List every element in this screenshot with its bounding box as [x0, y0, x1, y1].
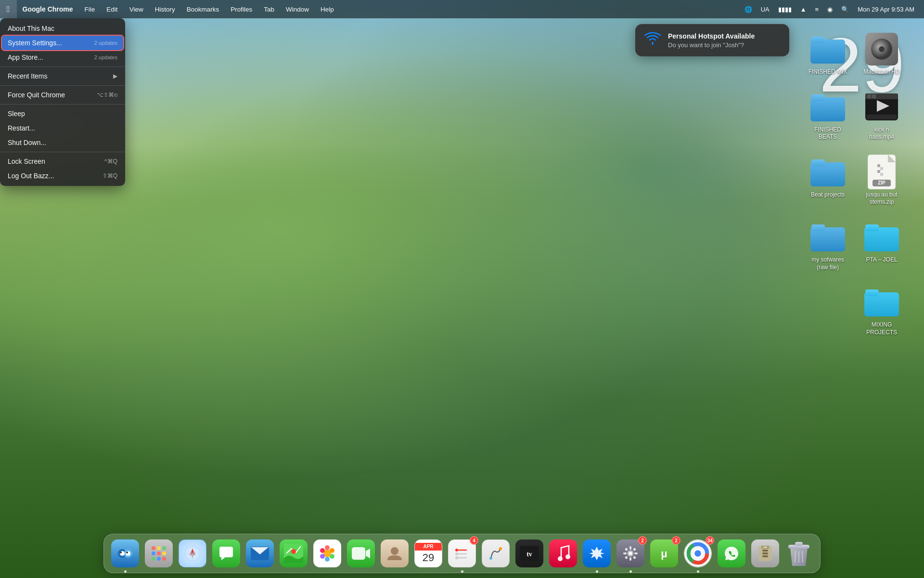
- desktop-icon-label-jusqu-au-but: jusqu au but stems.zip: [861, 191, 902, 206]
- svg-rect-100: [762, 555, 768, 557]
- menubar-bookmarks[interactable]: Bookmarks: [181, 0, 225, 18]
- menu-recent-items[interactable]: Recent Items ▶: [0, 69, 125, 83]
- dock-icon-messages: [212, 539, 240, 567]
- dock-item-tv[interactable]: tv: [514, 538, 545, 569]
- dock-icon-launchpad: [145, 539, 173, 567]
- menu-shutdown[interactable]: Shut Down...: [0, 135, 125, 150]
- dock-item-facetime[interactable]: [346, 538, 376, 569]
- folder-icon-finished-beats: [810, 90, 845, 124]
- menubar-help[interactable]: Help: [315, 0, 340, 18]
- desktop-background: [0, 0, 924, 578]
- desktop-icon-beat-projects[interactable]: Beat projects: [805, 152, 851, 209]
- menubar-ua-label[interactable]: UA: [757, 0, 773, 18]
- menubar-tab[interactable]: Tab: [258, 0, 280, 18]
- dock-item-trash[interactable]: [783, 538, 814, 569]
- desktop-icon-finished-mix[interactable]: FINISHED MIX: [805, 29, 851, 79]
- svg-point-44: [152, 557, 155, 561]
- svg-point-67: [455, 549, 458, 552]
- svg-point-77: [565, 554, 570, 559]
- dock-item-photos[interactable]: [312, 538, 343, 569]
- menu-lock-screen[interactable]: Lock Screen ^⌘Q: [0, 154, 125, 169]
- dock-item-utorrent[interactable]: μ 2: [649, 538, 680, 569]
- menu-lock-screen-label: Lock Screen: [8, 158, 45, 165]
- desktop-icon-label-pta-joel: PTA – JOEL: [866, 256, 897, 264]
- folder-icon-beat-projects: [810, 155, 845, 189]
- dock-badge-utorrent: 2: [672, 536, 680, 545]
- dock-item-chrome[interactable]: 34: [682, 538, 713, 569]
- dock-item-music[interactable]: [548, 538, 578, 569]
- desktop-icon-macintosh-hd[interactable]: Macintosh HD: [859, 29, 905, 79]
- dock-item-messages[interactable]: [211, 538, 242, 569]
- dock-item-reminders[interactable]: 4: [447, 538, 477, 569]
- apple-menu-button[interactable]: : [0, 0, 17, 18]
- menubar-history[interactable]: History: [149, 0, 181, 18]
- menu-system-settings[interactable]: System Settings... 2 updates: [2, 36, 123, 50]
- menu-about-this-mac[interactable]: About This Mac: [0, 21, 125, 36]
- svg-rect-86: [625, 556, 628, 559]
- dock-item-mail[interactable]: [244, 538, 275, 569]
- menubar-siri-icon[interactable]: ◉: [823, 0, 836, 18]
- svg-rect-11: [867, 94, 871, 98]
- menu-logout[interactable]: Log Out Bazz... ⇧⌘Q: [0, 169, 125, 183]
- svg-rect-14: [811, 159, 825, 166]
- menu-sleep[interactable]: Sleep: [0, 106, 125, 121]
- svg-rect-22: [880, 167, 883, 170]
- dock-item-maps[interactable]: [278, 538, 309, 569]
- svg-point-55: [291, 549, 296, 554]
- menubar-profiles[interactable]: Profiles: [225, 0, 258, 18]
- dock-icon-facetime: [347, 539, 375, 567]
- svg-point-38: [152, 546, 155, 550]
- menubar-controlcenter-icon[interactable]: ≡: [811, 0, 823, 18]
- dock-item-archive[interactable]: [750, 538, 781, 569]
- dock-item-contacts[interactable]: [379, 538, 410, 569]
- svg-point-59: [330, 554, 334, 559]
- menu-shutdown-label: Shut Down...: [8, 139, 46, 146]
- menubar-battery-icon[interactable]: ▮▮▮▮: [774, 0, 796, 18]
- desktop-icon-kick-n-bass[interactable]: kick n bass.mp4: [859, 87, 905, 144]
- menu-app-store[interactable]: App Store... 2 updates: [0, 50, 125, 65]
- svg-point-62: [320, 548, 325, 553]
- dock-item-safari[interactable]: [177, 538, 208, 569]
- hotspot-notification[interactable]: Personal Hotspot Available Do you want t…: [635, 24, 789, 56]
- menubar-search-icon[interactable]: 🔍: [837, 0, 853, 18]
- desktop-icon-row-2: FINISHED BEATS kick n bass.mp4: [805, 87, 905, 144]
- desktop-icon-my-sofwares[interactable]: my sofwares (raw file): [805, 217, 851, 274]
- svg-rect-85: [633, 548, 636, 551]
- desktop-icon-label-mixing-projects: MIXING PROJECTS: [861, 321, 902, 336]
- dock-item-systemprefs[interactable]: 2: [615, 538, 646, 569]
- menubar-app-name[interactable]: Google Chrome: [17, 0, 79, 18]
- dock-item-freeform[interactable]: [480, 538, 511, 569]
- desktop-icon-finished-beats[interactable]: FINISHED BEATS: [805, 87, 851, 144]
- menu-force-quit[interactable]: Force Quit Chrome ⌥⇧⌘⎋: [0, 88, 125, 102]
- menubar-window[interactable]: Window: [280, 0, 315, 18]
- svg-rect-26: [811, 224, 825, 231]
- dock-item-whatsapp[interactable]: [716, 538, 747, 569]
- menubar-edit[interactable]: Edit: [101, 0, 123, 18]
- menubar-globe-icon[interactable]: 🌐: [741, 0, 756, 18]
- dock-item-launchpad[interactable]: [143, 538, 174, 569]
- svg-rect-6: [811, 94, 825, 101]
- svg-point-60: [325, 557, 330, 562]
- svg-point-4: [879, 46, 885, 52]
- svg-point-37: [126, 552, 128, 553]
- desktop-icon-jusqu-au-but[interactable]: ZIP jusqu au but stems.zip: [859, 152, 905, 209]
- desktop-icon-mixing-projects[interactable]: MIXING PROJECTS: [859, 282, 905, 339]
- svg-rect-84: [625, 548, 628, 551]
- menubar-wifi-icon[interactable]: ▲: [796, 0, 810, 18]
- hotspot-title: Personal Hotspot Available: [668, 32, 755, 40]
- svg-point-35: [126, 551, 130, 556]
- hotspot-text-container: Personal Hotspot Available Do you want t…: [668, 32, 755, 49]
- svg-point-76: [558, 556, 563, 561]
- svg-rect-8: [866, 115, 897, 119]
- menubar-file[interactable]: File: [79, 0, 101, 18]
- dock-item-calendar[interactable]: APR 29: [413, 538, 444, 569]
- dock-item-finder[interactable]: [110, 538, 141, 569]
- desktop-icon-pta-joel[interactable]: PTA – JOEL: [859, 217, 905, 274]
- menubar-view[interactable]: View: [124, 0, 149, 18]
- menu-restart[interactable]: Restart...: [0, 121, 125, 135]
- svg-text:tv: tv: [526, 551, 532, 558]
- dock-badge-chrome: 34: [706, 536, 714, 545]
- desktop-icon-label-finished-beats: FINISHED BEATS: [808, 126, 848, 141]
- dock-item-appstore[interactable]: [581, 538, 612, 569]
- menu-recent-items-label: Recent Items: [8, 72, 47, 80]
